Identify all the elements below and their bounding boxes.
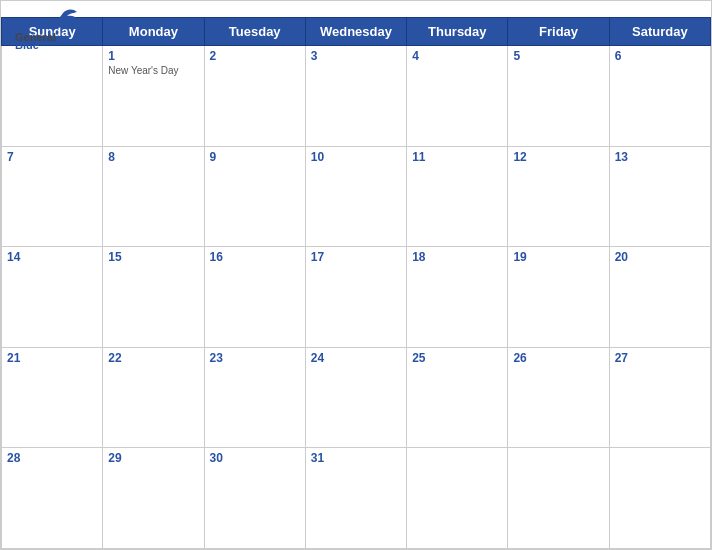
day-number: 7	[7, 150, 97, 164]
calendar-cell: 14	[2, 247, 103, 348]
day-number: 16	[210, 250, 300, 264]
calendar-cell: 10	[305, 146, 406, 247]
week-row-1: 1New Year's Day23456	[2, 46, 711, 147]
day-number: 31	[311, 451, 401, 465]
calendar-cell: 3	[305, 46, 406, 147]
day-number: 5	[513, 49, 603, 63]
day-number: 28	[7, 451, 97, 465]
calendar-cell: 22	[103, 347, 204, 448]
day-number: 15	[108, 250, 198, 264]
calendar-cell: 9	[204, 146, 305, 247]
calendar-cell: 7	[2, 146, 103, 247]
calendar-table: SundayMondayTuesdayWednesdayThursdayFrid…	[1, 17, 711, 549]
calendar-cell: 27	[609, 347, 710, 448]
calendar-cell	[407, 448, 508, 549]
calendar-cell: 30	[204, 448, 305, 549]
day-number: 27	[615, 351, 705, 365]
weekday-header-monday: Monday	[103, 18, 204, 46]
day-number: 29	[108, 451, 198, 465]
calendar-cell: 31	[305, 448, 406, 549]
calendar-cell: 4	[407, 46, 508, 147]
day-number: 1	[108, 49, 198, 63]
week-row-5: 28293031	[2, 448, 711, 549]
calendar-cell	[508, 448, 609, 549]
day-number: 4	[412, 49, 502, 63]
calendar-cell: 24	[305, 347, 406, 448]
day-number: 2	[210, 49, 300, 63]
day-number: 26	[513, 351, 603, 365]
calendar-cell: 8	[103, 146, 204, 247]
calendar-cell: 13	[609, 146, 710, 247]
week-row-4: 21222324252627	[2, 347, 711, 448]
day-number: 21	[7, 351, 97, 365]
calendar-cell: 5	[508, 46, 609, 147]
calendar-cell: 25	[407, 347, 508, 448]
weekday-header-tuesday: Tuesday	[204, 18, 305, 46]
day-number: 12	[513, 150, 603, 164]
day-number: 8	[108, 150, 198, 164]
logo-area: General Blue	[13, 7, 83, 49]
calendar-cell: 20	[609, 247, 710, 348]
calendar: General Blue SundayMondayTuesdayWednesda…	[0, 0, 712, 550]
weekday-header-wednesday: Wednesday	[305, 18, 406, 46]
day-number: 3	[311, 49, 401, 63]
day-number: 11	[412, 150, 502, 164]
day-number: 20	[615, 250, 705, 264]
calendar-cell: 19	[508, 247, 609, 348]
logo-svg: General Blue	[13, 7, 83, 49]
weekday-header-thursday: Thursday	[407, 18, 508, 46]
holiday-name: New Year's Day	[108, 65, 198, 77]
day-number: 10	[311, 150, 401, 164]
calendar-cell: 2	[204, 46, 305, 147]
day-number: 25	[412, 351, 502, 365]
calendar-cell: 11	[407, 146, 508, 247]
day-number: 17	[311, 250, 401, 264]
calendar-cell: 16	[204, 247, 305, 348]
day-number: 24	[311, 351, 401, 365]
week-row-2: 78910111213	[2, 146, 711, 247]
weekday-header-saturday: Saturday	[609, 18, 710, 46]
svg-text:Blue: Blue	[15, 39, 39, 49]
day-number: 18	[412, 250, 502, 264]
day-number: 13	[615, 150, 705, 164]
calendar-cell: 15	[103, 247, 204, 348]
day-number: 9	[210, 150, 300, 164]
calendar-cell	[609, 448, 710, 549]
day-number: 22	[108, 351, 198, 365]
calendar-cell: 12	[508, 146, 609, 247]
day-number: 23	[210, 351, 300, 365]
day-number: 19	[513, 250, 603, 264]
calendar-cell	[2, 46, 103, 147]
weekday-header-friday: Friday	[508, 18, 609, 46]
calendar-cell: 6	[609, 46, 710, 147]
calendar-header: General Blue	[1, 1, 711, 17]
week-row-3: 14151617181920	[2, 247, 711, 348]
calendar-cell: 23	[204, 347, 305, 448]
day-number: 30	[210, 451, 300, 465]
calendar-cell: 1New Year's Day	[103, 46, 204, 147]
day-number: 14	[7, 250, 97, 264]
calendar-cell: 18	[407, 247, 508, 348]
calendar-cell: 26	[508, 347, 609, 448]
calendar-cell: 21	[2, 347, 103, 448]
calendar-cell: 28	[2, 448, 103, 549]
day-number: 6	[615, 49, 705, 63]
weekday-header-row: SundayMondayTuesdayWednesdayThursdayFrid…	[2, 18, 711, 46]
calendar-cell: 17	[305, 247, 406, 348]
calendar-cell: 29	[103, 448, 204, 549]
